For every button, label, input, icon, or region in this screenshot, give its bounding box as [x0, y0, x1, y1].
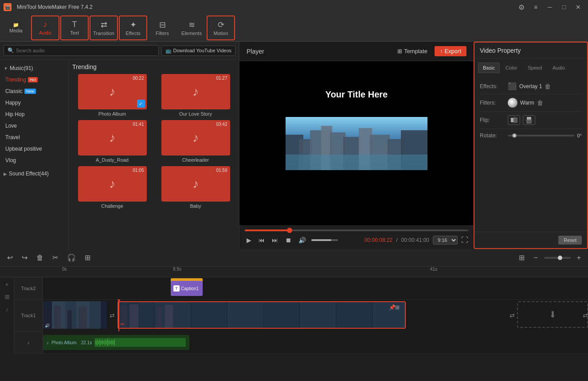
zoom-in-btn[interactable]: + — [574, 252, 584, 264]
next-btn[interactable]: ⏭ — [270, 235, 280, 245]
music-card-5[interactable]: 01:59 ♪ Baby — [156, 166, 235, 209]
sidebar-item-classic[interactable]: Classic New — [0, 86, 68, 97]
youtube-download-btn[interactable]: 📺 Download YouTube Videos — [161, 46, 236, 56]
music-thumb-1[interactable]: 01:27 ♪ — [161, 74, 230, 109]
aspect-ratio-select[interactable]: 9:16 16:9 1:1 — [433, 236, 458, 245]
sidebar-item-vlog[interactable]: Vlog — [0, 155, 68, 166]
music-note-icon-4: ♪ — [109, 177, 115, 191]
sidebar-item-happy[interactable]: Happy — [0, 97, 68, 109]
sidebar-item-travel[interactable]: Travel — [0, 132, 68, 143]
music-card-1[interactable]: 01:27 ♪ Our Love Story — [156, 74, 235, 117]
tab-color[interactable]: Color — [501, 62, 522, 73]
effects-delete-btn[interactable]: 🗑 — [545, 83, 551, 90]
music-thumb-5[interactable]: 01:59 ♪ — [161, 166, 230, 202]
sidebar-item-trending[interactable]: Trending Hot — [0, 74, 68, 86]
close-btn[interactable]: ✕ — [572, 3, 584, 12]
sidebar-item-love[interactable]: Love — [0, 120, 68, 132]
svg-rect-53 — [103, 341, 104, 344]
prev-btn[interactable]: ⏮ — [257, 235, 267, 245]
swap-right-btn[interactable]: ⇄ — [510, 312, 515, 319]
motion-tool[interactable]: ⟳ Motion — [207, 16, 235, 40]
audio-tool[interactable]: ♪ Audio — [31, 16, 59, 40]
add-clip-area[interactable]: ⬇ — [517, 301, 588, 328]
redo-btn[interactable]: ↪ — [19, 252, 30, 264]
progress-handle[interactable] — [287, 228, 292, 233]
effects-tool[interactable]: ✦ Effects — [119, 16, 147, 40]
stop-btn[interactable]: ⏹ — [283, 235, 293, 245]
music-thumb-2[interactable]: 01:41 ♪ — [78, 120, 147, 156]
undo-btn[interactable]: ↩ — [4, 252, 16, 264]
audio-track-btn[interactable]: ♪ — [4, 305, 9, 314]
svg-rect-55 — [106, 341, 107, 344]
svg-rect-52 — [102, 340, 103, 345]
sidebar-group-sfx[interactable]: ▶ Sound Effect(44) — [0, 168, 68, 179]
menu-btn[interactable]: ≡ — [529, 3, 542, 12]
add-track-btn[interactable]: + — [4, 280, 9, 289]
music-card-4[interactable]: 01:05 ♪ Challenge — [72, 166, 152, 209]
music-thumb-0[interactable]: 00:22 ♪ ✓ — [78, 74, 147, 109]
track1-label: Track1 — [14, 299, 43, 331]
flip-horizontal-btn[interactable] — [508, 115, 520, 125]
sidebar-item-hiphop[interactable]: Hip Hop — [0, 109, 68, 120]
filters-label: Filters — [156, 31, 169, 36]
tab-audio[interactable]: Audio — [548, 62, 570, 73]
music-note-icon-3: ♪ — [192, 131, 199, 145]
audio-clip[interactable]: ♪ Photo Album 22.1s — [43, 335, 189, 350]
music-card-2[interactable]: 01:41 ♪ A_Dusty_Road — [72, 120, 152, 163]
settings-btn[interactable]: ⚙ — [515, 3, 528, 12]
music-thumb-4[interactable]: 01:05 ♪ — [78, 166, 147, 202]
volume-slider[interactable] — [311, 239, 338, 241]
rotate-slider[interactable] — [508, 135, 574, 136]
svg-rect-12 — [511, 118, 514, 122]
left-panel: 🔍 📺 Download YouTube Videos ▼ Music(91) … — [0, 42, 239, 249]
music-card-0[interactable]: 00:22 ♪ ✓ Photo Album — [72, 74, 152, 117]
sidebar-group-music[interactable]: ▼ Music(91) — [0, 62, 68, 74]
sidebar-item-upbeat[interactable]: Upbeat positive — [0, 143, 68, 155]
cut-btn[interactable]: ✂ — [50, 252, 61, 264]
vlog-label: Vlog — [5, 157, 16, 163]
time-total: 00:00:41:00 — [401, 237, 429, 243]
split-icon[interactable]: ⊞ — [516, 252, 527, 264]
search-box[interactable]: 🔍 — [4, 45, 159, 56]
swap-left-btn[interactable]: ⇄ — [110, 312, 115, 319]
media-tool[interactable]: 📁 Media — [2, 16, 30, 40]
filters-delete-btn[interactable]: 🗑 — [537, 99, 543, 106]
reset-btn[interactable]: Reset — [558, 236, 582, 245]
video-clip-main[interactable]: ✂ ⊞ 📌 — [118, 301, 406, 329]
zoom-out-btn[interactable]: − — [531, 252, 540, 264]
video-clip-left[interactable]: 🔊 — [43, 301, 107, 329]
music-card-3[interactable]: 03:42 ♪ Cheerleader — [156, 120, 235, 163]
template-btn[interactable]: ⊞ Template — [394, 46, 431, 56]
crop-btn[interactable]: ⊞ — [82, 252, 93, 264]
happy-label: Happy — [5, 100, 21, 106]
maximize-btn[interactable]: □ — [558, 3, 570, 12]
progress-bar[interactable] — [245, 229, 468, 231]
tab-basic[interactable]: Basic — [478, 62, 500, 73]
music-duration-5: 01:59 — [216, 168, 227, 173]
flip-vertical-btn[interactable] — [523, 115, 535, 125]
swap-far-right-btn[interactable]: ⇄ — [583, 312, 588, 319]
transition-tool[interactable]: ⇄ Transition — [90, 16, 118, 40]
minimize-btn[interactable]: ─ — [544, 3, 556, 12]
audio-btn[interactable]: 🎧 — [64, 252, 78, 264]
volume-icon: 🔊 — [297, 235, 308, 245]
export-btn[interactable]: ↑ Export — [435, 46, 466, 56]
ruler-mark-8s: 8.9s — [173, 267, 181, 272]
caption-block[interactable]: T Caption1 — [171, 281, 203, 296]
search-input[interactable] — [16, 48, 155, 53]
rotate-handle — [512, 133, 517, 138]
zoom-bar[interactable] — [544, 257, 571, 259]
play-btn[interactable]: ▶ — [245, 235, 253, 245]
delete-btn[interactable]: 🗑 — [34, 252, 46, 264]
text-tool[interactable]: T Text — [60, 16, 89, 40]
effects-row: Effects: ⬛ Overlay 1 🗑 — [480, 78, 582, 94]
music-thumb-3[interactable]: 03:42 ♪ — [161, 120, 230, 156]
filters-tool[interactable]: ⊟ Filters — [148, 16, 176, 40]
text-icon: T — [72, 20, 77, 29]
fullscreen-btn[interactable]: ⛶ — [461, 236, 468, 244]
timeline-toolbar: ↩ ↪ 🗑 ✂ 🎧 ⊞ ⊞ − + — [0, 249, 588, 267]
tab-speed[interactable]: Speed — [523, 62, 547, 73]
track-settings-btn[interactable]: ⊞ — [4, 292, 11, 301]
track2-row: Track2 T Caption1 — [14, 277, 588, 299]
elements-tool[interactable]: ≋ Elements — [177, 16, 206, 40]
